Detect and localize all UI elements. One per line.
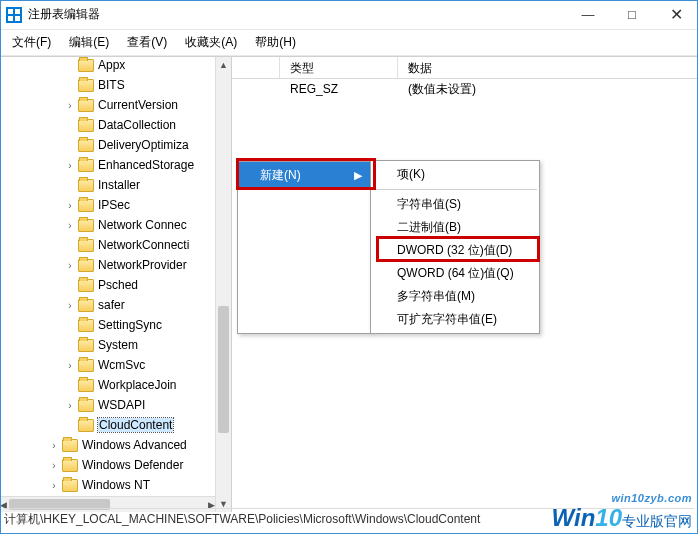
ctx-separator (373, 189, 537, 190)
status-path: 计算机\HKEY_LOCAL_MACHINE\SOFTWARE\Policies… (4, 512, 480, 526)
tree-node-label: DeliveryOptimiza (98, 138, 189, 152)
expand-icon[interactable] (64, 220, 76, 231)
cell-data: (数值未设置) (398, 81, 698, 98)
expand-icon[interactable] (64, 160, 76, 171)
ctx-item[interactable]: 可扩充字符串值(E) (371, 308, 539, 331)
tree-node[interactable]: Windows NT (0, 475, 215, 495)
menu-file[interactable]: 文件(F) (4, 32, 59, 53)
tree[interactable]: AppxBITSCurrentVersionDataCollectionDeli… (0, 57, 215, 495)
context-menu: 新建(N) ▶ 项(K)字符串值(S)二进制值(B)DWORD (32 位)值(… (237, 161, 540, 334)
menu-help[interactable]: 帮助(H) (247, 32, 304, 53)
folder-icon (78, 219, 94, 232)
scroll-up-icon[interactable]: ▲ (216, 57, 231, 73)
folder-icon (78, 179, 94, 192)
tree-node[interactable]: WSDAPI (0, 395, 215, 415)
col-data[interactable]: 数据 (398, 57, 698, 78)
tree-node[interactable]: DataCollection (0, 115, 215, 135)
ctx-item[interactable]: 二进制值(B) (371, 216, 539, 239)
titlebar: 注册表编辑器 — □ ✕ (0, 0, 698, 30)
tree-node-label: Windows Defender (82, 458, 183, 472)
tree-node[interactable]: Windows Advanced (0, 435, 215, 455)
list-rows: REG_SZ(数值未设置) (232, 79, 698, 99)
folder-icon (78, 299, 94, 312)
close-button[interactable]: ✕ (654, 0, 698, 29)
tree-node[interactable]: IPSec (0, 195, 215, 215)
folder-icon (78, 199, 94, 212)
folder-icon (78, 259, 94, 272)
expand-icon[interactable] (48, 460, 60, 471)
tree-node[interactable]: Network Connec (0, 215, 215, 235)
tree-node[interactable]: CloudContent (0, 415, 215, 435)
tree-node[interactable]: Psched (0, 275, 215, 295)
tree-node[interactable]: SettingSync (0, 315, 215, 335)
folder-icon (78, 339, 94, 352)
tree-node[interactable]: System (0, 335, 215, 355)
context-menu-parent: 新建(N) ▶ (237, 161, 371, 334)
menu-favorites[interactable]: 收藏夹(A) (177, 32, 245, 53)
window-title: 注册表编辑器 (28, 6, 566, 23)
ctx-item-label: 新建(N) (238, 167, 346, 184)
folder-icon (78, 139, 94, 152)
maximize-button[interactable]: □ (610, 0, 654, 29)
folder-icon (78, 379, 94, 392)
tree-node-label: CurrentVersion (98, 98, 178, 112)
expand-icon[interactable] (64, 100, 76, 111)
ctx-item[interactable]: QWORD (64 位)值(Q) (371, 262, 539, 285)
folder-icon (78, 99, 94, 112)
tree-node[interactable]: NetworkProvider (0, 255, 215, 275)
menu-edit[interactable]: 编辑(E) (61, 32, 117, 53)
tree-v-scrollbar[interactable]: ▲ ▼ (215, 57, 231, 512)
cell-type: REG_SZ (280, 82, 398, 96)
expand-icon[interactable] (48, 480, 60, 491)
col-name[interactable] (232, 57, 280, 78)
tree-node[interactable]: safer (0, 295, 215, 315)
tree-node-label: safer (98, 298, 125, 312)
tree-node-label: Windows Advanced (82, 438, 187, 452)
tree-node-label: Installer (98, 178, 140, 192)
tree-node-label: WcmSvc (98, 358, 145, 372)
list-row[interactable]: REG_SZ(数值未设置) (232, 79, 698, 99)
tree-node-label: SettingSync (98, 318, 162, 332)
expand-icon[interactable] (64, 400, 76, 411)
tree-node[interactable]: EnhancedStorage (0, 155, 215, 175)
ctx-item[interactable]: 多字符串值(M) (371, 285, 539, 308)
tree-node[interactable]: DeliveryOptimiza (0, 135, 215, 155)
folder-icon (62, 479, 78, 492)
folder-icon (78, 319, 94, 332)
expand-icon[interactable] (64, 260, 76, 271)
expand-icon[interactable] (64, 360, 76, 371)
folder-icon (78, 279, 94, 292)
tree-node[interactable]: Windows Defender (0, 455, 215, 475)
ctx-item[interactable]: DWORD (32 位)值(D) (371, 239, 539, 262)
folder-icon (78, 239, 94, 252)
expand-icon[interactable] (64, 300, 76, 311)
tree-node-label: IPSec (98, 198, 130, 212)
expand-icon[interactable] (48, 440, 60, 451)
folder-icon (78, 159, 94, 172)
tree-node[interactable]: BITS (0, 75, 215, 95)
tree-node[interactable]: Appx (0, 57, 215, 75)
tree-node[interactable]: NetworkConnecti (0, 235, 215, 255)
tree-node[interactable]: Installer (0, 175, 215, 195)
tree-node[interactable]: WorkplaceJoin (0, 375, 215, 395)
tree-node-label: Network Connec (98, 218, 187, 232)
minimize-button[interactable]: — (566, 0, 610, 29)
tree-node[interactable]: WcmSvc (0, 355, 215, 375)
app-icon (6, 7, 22, 23)
menubar: 文件(F) 编辑(E) 查看(V) 收藏夹(A) 帮助(H) (0, 30, 698, 56)
tree-node[interactable]: CurrentVersion (0, 95, 215, 115)
scroll-thumb[interactable] (218, 306, 229, 433)
scroll-track[interactable] (216, 73, 231, 496)
folder-icon (78, 119, 94, 132)
col-type[interactable]: 类型 (280, 57, 398, 78)
folder-icon (78, 359, 94, 372)
ctx-item[interactable]: 字符串值(S) (371, 193, 539, 216)
folder-icon (78, 399, 94, 412)
expand-icon[interactable] (64, 200, 76, 211)
tree-node-label: Appx (98, 58, 125, 72)
ctx-item-new[interactable]: 新建(N) ▶ (238, 162, 370, 188)
menu-view[interactable]: 查看(V) (119, 32, 175, 53)
tree-node-label: WorkplaceJoin (98, 378, 176, 392)
folder-icon (62, 439, 78, 452)
ctx-item[interactable]: 项(K) (371, 163, 539, 186)
